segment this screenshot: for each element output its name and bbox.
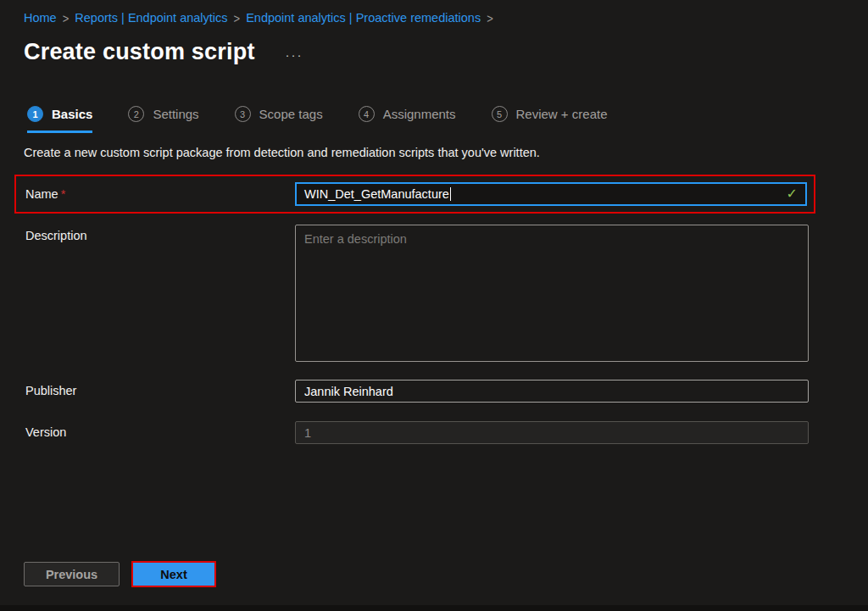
page-title: Create custom script bbox=[24, 39, 255, 65]
tab-label: Scope tags bbox=[259, 107, 323, 121]
window-bottom-edge bbox=[0, 605, 868, 611]
tab-scope-tags[interactable]: 3 Scope tags bbox=[235, 106, 323, 133]
tab-label: Assignments bbox=[383, 107, 456, 121]
name-input-value: WIN_Det_GetManufacture bbox=[304, 187, 449, 201]
name-label: Name* bbox=[25, 187, 295, 201]
tab-settings[interactable]: 2 Settings bbox=[128, 106, 198, 133]
breadcrumb: Home > Reports | Endpoint analytics > En… bbox=[0, 0, 868, 25]
breadcrumb-link-home[interactable]: Home bbox=[24, 11, 57, 25]
required-asterisk: * bbox=[61, 187, 66, 201]
valid-check-icon: ✓ bbox=[787, 186, 798, 202]
publisher-row: Publisher bbox=[25, 380, 868, 403]
version-row: Version bbox=[25, 421, 868, 444]
breadcrumb-separator-icon: > bbox=[487, 10, 493, 25]
breadcrumb-link-reports[interactable]: Reports | Endpoint analytics bbox=[75, 11, 227, 25]
previous-button[interactable]: Previous bbox=[24, 562, 120, 586]
description-row: Description bbox=[25, 225, 868, 362]
wizard-tabs: 1 Basics 2 Settings 3 Scope tags 4 Assig… bbox=[27, 106, 868, 133]
step-number-badge: 4 bbox=[359, 106, 375, 122]
next-button[interactable]: Next bbox=[133, 563, 214, 586]
step-number-badge: 1 bbox=[27, 106, 43, 122]
step-number-badge: 3 bbox=[235, 106, 251, 122]
wizard-footer: Previous Next bbox=[24, 561, 216, 587]
tab-review-create[interactable]: 5 Review + create bbox=[492, 106, 608, 133]
tab-label: Settings bbox=[153, 107, 198, 121]
step-number-badge: 5 bbox=[492, 106, 508, 122]
step-number-badge: 2 bbox=[128, 106, 144, 122]
description-input[interactable] bbox=[295, 225, 809, 362]
tab-label: Basics bbox=[52, 107, 92, 121]
breadcrumb-separator-icon: > bbox=[63, 10, 70, 25]
publisher-label: Publisher bbox=[25, 380, 295, 397]
version-input bbox=[295, 421, 809, 444]
tab-assignments[interactable]: 4 Assignments bbox=[359, 106, 456, 133]
more-actions-icon[interactable]: ··· bbox=[286, 42, 303, 62]
breadcrumb-link-proactive-remediations[interactable]: Endpoint analytics | Proactive remediati… bbox=[246, 11, 481, 25]
name-label-text: Name bbox=[25, 187, 58, 201]
next-button-highlight: Next bbox=[131, 561, 216, 587]
text-caret bbox=[450, 187, 452, 201]
publisher-input[interactable] bbox=[295, 380, 809, 403]
tab-basics[interactable]: 1 Basics bbox=[27, 106, 92, 133]
title-row: Create custom script ··· bbox=[24, 39, 868, 65]
description-label: Description bbox=[25, 225, 295, 242]
name-input[interactable]: WIN_Det_GetManufacture ✓ bbox=[295, 182, 807, 206]
name-row-highlight: Name* WIN_Det_GetManufacture ✓ bbox=[14, 175, 815, 214]
page-subtitle: Create a new custom script package from … bbox=[24, 146, 868, 159]
breadcrumb-separator-icon: > bbox=[234, 10, 241, 25]
tab-label: Review + create bbox=[516, 107, 608, 121]
version-label: Version bbox=[25, 421, 295, 439]
